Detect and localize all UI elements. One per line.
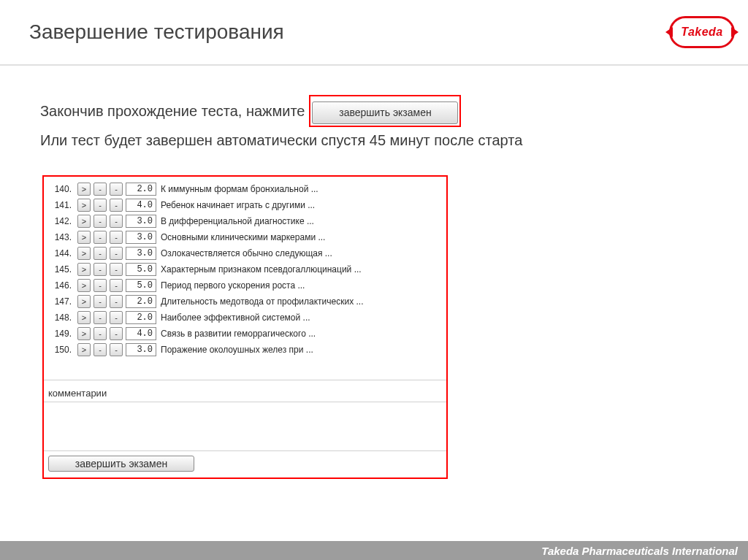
finish-exam-button-top[interactable]: завершить экзамен	[312, 101, 458, 124]
question-number: 140.	[48, 184, 75, 194]
takeda-logo: Takeda	[669, 16, 735, 48]
score-field[interactable]: 3.0	[126, 215, 156, 228]
goto-question-button[interactable]: >	[77, 327, 91, 340]
goto-question-button[interactable]: >	[77, 199, 91, 212]
minus-button-1[interactable]: -	[94, 215, 107, 228]
minus-button-1[interactable]: -	[94, 199, 107, 212]
instruction-line-2: Или тест будет завершен автоматически сп…	[40, 127, 711, 153]
page-title: Завершение тестирования	[29, 20, 284, 44]
instruction-line-1: Закончив прохождение теста, нажмите заве…	[40, 95, 711, 127]
question-text: Период первого ускорения роста ...	[161, 280, 305, 291]
question-row: 142.>--3.0В дифференциальной диагностике…	[48, 213, 442, 229]
question-number: 145.	[48, 264, 75, 275]
question-row: 143.>--3.0Основными клиническими маркера…	[48, 229, 442, 245]
question-text: Связь в развитии геморрагического ...	[161, 329, 316, 339]
minus-button-1[interactable]: -	[94, 327, 107, 340]
finish-button-highlight: завершить экзамен	[309, 95, 461, 127]
score-field[interactable]: 2.0	[126, 295, 156, 308]
goto-question-button[interactable]: >	[77, 295, 91, 308]
question-number: 148.	[48, 312, 75, 323]
question-number: 146.	[48, 280, 75, 291]
question-text: Озлокачествляется обычно следующая ...	[161, 248, 332, 258]
score-field[interactable]: 5.0	[126, 279, 156, 292]
score-field[interactable]: 4.0	[126, 199, 156, 212]
minus-button-2[interactable]: -	[110, 231, 123, 244]
panel-footer: завершить экзамен	[44, 451, 446, 477]
minus-button-2[interactable]: -	[110, 311, 123, 324]
question-text: Характерным признаком псевдогаллюцинаций…	[161, 264, 362, 275]
question-row: 147.>--2.0Длительность медотвода от проф…	[48, 294, 442, 310]
question-row: 140.>--2.0К иммунным формам бронхиальной…	[48, 181, 442, 197]
minus-button-2[interactable]: -	[110, 183, 123, 196]
score-field[interactable]: 4.0	[126, 327, 156, 340]
score-field[interactable]: 2.0	[126, 311, 156, 324]
question-text: Основными клиническими маркерами ...	[161, 232, 325, 242]
footer-text: Takeda Pharmaceuticals International	[541, 545, 738, 557]
question-text: В дифференциальной диагностике ...	[161, 216, 314, 226]
minus-button-1[interactable]: -	[94, 247, 107, 260]
score-field[interactable]: 2.0	[126, 183, 156, 196]
minus-button-2[interactable]: -	[110, 199, 123, 212]
minus-button-2[interactable]: -	[110, 327, 123, 340]
minus-button-1[interactable]: -	[94, 231, 107, 244]
question-row: 150.>--3.0Поражение околоушных желез при…	[48, 342, 442, 358]
minus-button-2[interactable]: -	[110, 215, 123, 228]
question-row: 141.>--4.0Ребенок начинает играть с друг…	[48, 197, 442, 213]
question-number: 144.	[48, 248, 75, 258]
goto-question-button[interactable]: >	[77, 215, 91, 228]
instruction-block: Закончив прохождение теста, нажмите заве…	[0, 66, 748, 161]
question-text: К иммунным формам бронхиальной ...	[161, 184, 318, 194]
question-row: 149.>--4.0Связь в развитии геморрагическ…	[48, 326, 442, 342]
minus-button-1[interactable]: -	[94, 183, 107, 196]
minus-button-1[interactable]: -	[94, 279, 107, 292]
minus-button-2[interactable]: -	[110, 279, 123, 292]
slide-root: Завершение тестирования Takeda Закончив …	[0, 0, 748, 560]
minus-button-2[interactable]: -	[110, 343, 123, 356]
question-number: 143.	[48, 232, 75, 242]
goto-question-button[interactable]: >	[77, 183, 91, 196]
goto-question-button[interactable]: >	[77, 247, 91, 260]
minus-button-2[interactable]: -	[110, 247, 123, 260]
question-number: 142.	[48, 216, 75, 226]
goto-question-button[interactable]: >	[77, 343, 91, 356]
minus-button-2[interactable]: -	[110, 263, 123, 276]
comments-textarea[interactable]	[44, 402, 446, 451]
takeda-logo-pill: Takeda	[669, 16, 735, 48]
minus-button-1[interactable]: -	[94, 343, 107, 356]
goto-question-button[interactable]: >	[77, 279, 91, 292]
question-row: 146.>--5.0Период первого ускорения роста…	[48, 277, 442, 294]
score-field[interactable]: 5.0	[126, 263, 156, 276]
goto-question-button[interactable]: >	[77, 263, 91, 276]
minus-button-1[interactable]: -	[94, 263, 107, 276]
question-text: Ребенок начинает играть с другими ...	[161, 200, 315, 210]
score-field[interactable]: 3.0	[126, 231, 156, 244]
question-number: 150.	[48, 345, 75, 355]
goto-question-button[interactable]: >	[77, 231, 91, 244]
comments-label: комментарии	[44, 380, 446, 402]
minus-button-2[interactable]: -	[110, 295, 123, 308]
question-text: Поражение околоушных желез при ...	[161, 345, 313, 355]
question-row: 148.>--2.0Наиболее эффективной системой …	[48, 310, 442, 326]
slide-header: Завершение тестирования Takeda	[0, 0, 748, 66]
question-text: Длительность медотвода от профилактическ…	[161, 296, 363, 307]
question-row: 144.>--3.0Озлокачествляется обычно следу…	[48, 245, 442, 261]
question-number: 149.	[48, 329, 75, 339]
question-number: 147.	[48, 296, 75, 307]
slide-footer: Takeda Pharmaceuticals International	[0, 541, 748, 560]
minus-button-1[interactable]: -	[94, 295, 107, 308]
minus-button-1[interactable]: -	[94, 311, 107, 324]
score-field[interactable]: 3.0	[126, 343, 156, 356]
question-panel: 140.>--2.0К иммунным формам бронхиальной…	[42, 175, 448, 479]
instruction-prefix: Закончив прохождение теста, нажмите	[40, 98, 305, 124]
question-row: 145.>--5.0Характерным признаком псевдога…	[48, 261, 442, 277]
question-text: Наиболее эффективной системой ...	[161, 312, 310, 323]
score-field[interactable]: 3.0	[126, 247, 156, 260]
finish-exam-button-bottom[interactable]: завершить экзамен	[48, 456, 194, 472]
goto-question-button[interactable]: >	[77, 311, 91, 324]
question-number: 141.	[48, 200, 75, 210]
comments-block: комментарии завершить экзамен	[44, 380, 446, 477]
takeda-logo-text: Takeda	[681, 26, 723, 39]
question-list: 140.>--2.0К иммунным формам бронхиальной…	[44, 177, 446, 367]
